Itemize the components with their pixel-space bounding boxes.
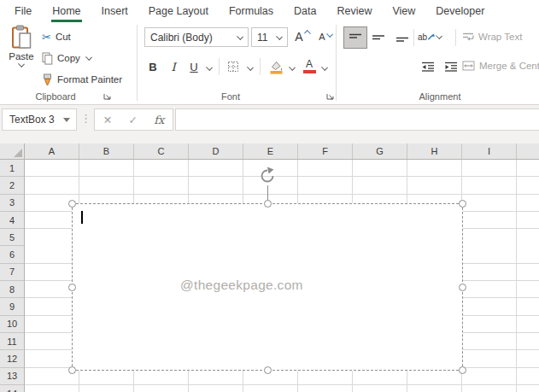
column-header-j[interactable]: J <box>517 143 539 159</box>
enter-check-icon[interactable]: ✓ <box>128 114 137 126</box>
cut-button[interactable]: ✂ Cut <box>42 27 71 46</box>
separator <box>413 29 414 46</box>
formula-input[interactable] <box>175 108 539 131</box>
format-painter-button[interactable]: Format Painter <box>42 70 122 89</box>
column-header-h[interactable]: H <box>407 143 462 159</box>
row-header-11[interactable]: 11 <box>0 333 24 350</box>
resize-handle-top-right[interactable] <box>459 200 466 208</box>
column-header-g[interactable]: G <box>353 143 407 159</box>
tab-page-layout[interactable]: Page Layout <box>138 0 219 22</box>
font-size-value: 11 <box>257 32 275 44</box>
insert-function-fx-icon[interactable]: fx <box>154 114 164 126</box>
row-header-14[interactable]: 14 <box>0 385 24 392</box>
column-header-i[interactable]: I <box>462 143 517 159</box>
column-header-b[interactable]: B <box>79 143 134 159</box>
resize-handle-top-left[interactable] <box>68 200 76 208</box>
font-name-select[interactable]: Calibri (Body) <box>144 27 249 47</box>
clipboard-dialog-launcher[interactable] <box>103 91 112 101</box>
column-header-a[interactable]: A <box>25 143 79 159</box>
resize-handle-bottom-right[interactable] <box>459 366 466 374</box>
name-box-dropdown-icon[interactable] <box>63 118 70 122</box>
increase-indent-button[interactable] <box>441 56 461 77</box>
column-header-c[interactable]: C <box>134 143 189 159</box>
resize-handle-bottom-middle[interactable] <box>264 366 272 374</box>
tab-formulas[interactable]: Formulas <box>219 0 284 22</box>
borders-button[interactable] <box>224 56 243 77</box>
italic-button[interactable]: I <box>165 56 182 77</box>
font-size-select[interactable]: 11 <box>251 27 288 47</box>
wrap-text-button[interactable]: Wrap Text <box>462 27 522 46</box>
increase-font-caret-icon <box>304 30 311 37</box>
select-all-triangle-icon <box>14 149 22 157</box>
separator <box>260 58 261 75</box>
font-color-chevron-down-icon[interactable] <box>321 64 328 71</box>
row-header-12[interactable]: 12 <box>0 350 24 367</box>
resize-handle-bottom-left[interactable] <box>68 366 76 374</box>
tab-data[interactable]: Data <box>284 0 326 22</box>
paste-clipboard-icon <box>11 25 32 50</box>
tab-file[interactable]: File <box>4 0 42 22</box>
row-header-6[interactable]: 6 <box>0 246 24 263</box>
cancel-icon[interactable]: ✕ <box>103 114 112 126</box>
orientation-chevron-down-icon <box>436 32 442 39</box>
decrease-indent-button[interactable] <box>418 56 438 77</box>
format-painter-label: Format Painter <box>57 74 122 85</box>
orientation-button[interactable]: ab <box>418 26 443 47</box>
row-header-5[interactable]: 5 <box>0 229 24 246</box>
underline-button[interactable]: U <box>185 56 202 77</box>
tab-insert[interactable]: Insert <box>91 0 138 22</box>
tab-home[interactable]: Home <box>42 0 91 22</box>
resize-handle-middle-right[interactable] <box>459 284 466 291</box>
fill-color-bucket-icon <box>268 59 284 75</box>
tab-developer[interactable]: Developer <box>425 0 495 22</box>
column-header-d[interactable]: D <box>189 143 243 159</box>
textbox-shape[interactable]: @thegeekpage.com <box>72 203 463 371</box>
rotation-handle[interactable] <box>258 167 277 185</box>
tab-review[interactable]: Review <box>326 0 382 22</box>
row-header-7[interactable]: 7 <box>0 264 24 281</box>
row-header-10[interactable]: 10 <box>0 316 24 333</box>
row-header-1[interactable]: 1 <box>0 160 24 177</box>
separator <box>455 29 456 46</box>
row-headers: 1 2 3 4 5 6 7 8 9 10 11 12 13 14 <box>0 160 25 392</box>
ribbon-tab-bar: File Home Insert Page Layout Formulas Da… <box>0 0 539 22</box>
resize-handle-middle-left[interactable] <box>68 284 76 291</box>
text-cursor <box>81 211 83 224</box>
font-name-chevron-down-icon <box>237 33 243 40</box>
resize-handle-top-middle[interactable] <box>264 200 272 208</box>
row-header-3[interactable]: 3 <box>0 195 24 212</box>
bottom-align-button[interactable] <box>391 26 413 47</box>
row-header-9[interactable]: 9 <box>0 298 24 315</box>
borders-chevron-down-icon[interactable] <box>247 64 254 71</box>
name-box[interactable]: TextBox 3 <box>2 108 77 131</box>
formula-bar-row: TextBox 3 ⋮ ✕ ✓ fx <box>0 105 539 134</box>
textbox-watermark-text: @thegeekpage.com <box>180 278 303 293</box>
column-header-f[interactable]: F <box>298 143 353 159</box>
decrease-indent-icon <box>421 61 435 72</box>
bold-button[interactable]: B <box>144 56 161 77</box>
fill-color-chevron-down-icon[interactable] <box>289 64 296 71</box>
top-align-button[interactable] <box>343 26 367 49</box>
underline-chevron-down-icon[interactable] <box>206 64 213 71</box>
borders-icon <box>227 61 239 73</box>
row-header-13[interactable]: 13 <box>0 368 24 385</box>
font-color-button[interactable]: A <box>300 56 319 77</box>
fill-color-button[interactable] <box>267 56 285 77</box>
copy-icon <box>42 52 53 65</box>
row-header-8[interactable]: 8 <box>0 281 24 298</box>
column-header-e[interactable]: E <box>243 143 298 159</box>
decrease-font-size-button[interactable]: A <box>315 26 337 47</box>
group-separator <box>137 25 138 101</box>
middle-align-button[interactable] <box>367 26 390 47</box>
dialog-launcher-icon <box>325 91 335 101</box>
orientation-ab-text: ab <box>418 32 427 42</box>
tab-view[interactable]: View <box>382 0 425 22</box>
merge-center-button[interactable]: Merge & Center <box>462 56 539 75</box>
copy-button[interactable]: Copy <box>42 49 93 67</box>
select-all-corner[interactable] <box>0 143 25 160</box>
paste-button[interactable]: Paste <box>4 25 38 93</box>
row-header-4[interactable]: 4 <box>0 212 24 229</box>
font-dialog-launcher[interactable] <box>325 91 335 101</box>
row-header-2[interactable]: 2 <box>0 177 24 194</box>
increase-font-size-button[interactable]: A <box>292 26 314 47</box>
